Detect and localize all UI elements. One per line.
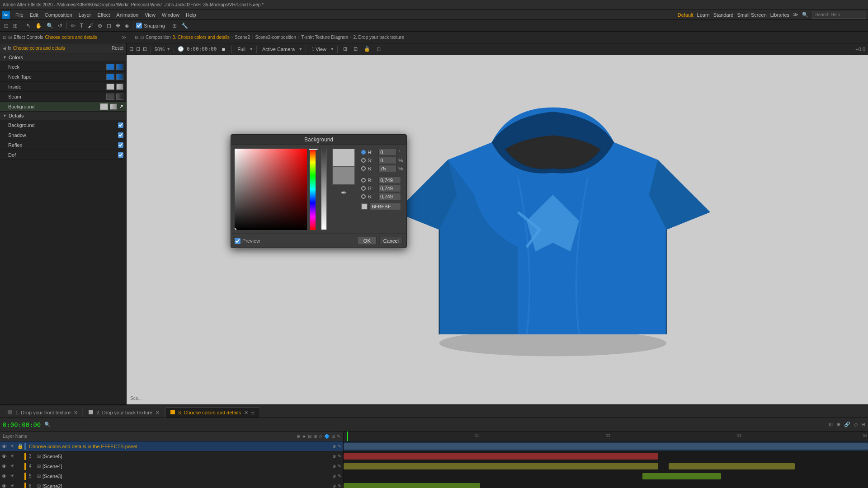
sat-input[interactable]: [378, 157, 396, 164]
hue-input[interactable]: [378, 149, 396, 156]
workspace-default[interactable]: Default: [678, 12, 693, 18]
expand-icon[interactable]: ≫: [122, 35, 126, 40]
red-input[interactable]: [378, 177, 401, 184]
menu-window[interactable]: Window: [159, 12, 182, 18]
search-timeline-icon[interactable]: 🔍: [44, 422, 51, 427]
tab1-close[interactable]: ✕: [74, 410, 78, 415]
layer-0-solo[interactable]: ☀: [10, 443, 15, 449]
menu-layer[interactable]: Layer: [76, 12, 94, 18]
inside-swatch[interactable]: [106, 84, 114, 90]
menu-composition[interactable]: Composition: [42, 12, 75, 18]
layer-1-eye[interactable]: 👁: [2, 454, 8, 459]
hue-slider[interactable]: [310, 149, 316, 230]
menu-edit[interactable]: Edit: [27, 12, 41, 18]
neck-swatch[interactable]: [106, 64, 114, 70]
inside-gradient[interactable]: [116, 84, 123, 90]
red-radio[interactable]: [361, 178, 366, 183]
quality-dropdown[interactable]: ▾: [250, 46, 253, 52]
tab3-close[interactable]: ✕: [244, 410, 248, 415]
neck-tape-swatch[interactable]: [106, 74, 114, 80]
layer-row-3[interactable]: 👁 ☀ 5 ⊞ [Scene3] ⊕ ✎: [0, 471, 343, 481]
green-input[interactable]: [378, 185, 401, 192]
view-dropdown[interactable]: ▾: [331, 46, 334, 52]
breadcrumb-scene2[interactable]: Scene2: [235, 35, 250, 40]
breadcrumb-scene2comp[interactable]: Scene2-composition: [255, 35, 296, 40]
menu-help[interactable]: Help: [183, 12, 199, 18]
tool-roto[interactable]: ❋: [114, 23, 122, 29]
tool-eraser[interactable]: ◻: [105, 23, 113, 29]
tool-pen[interactable]: ✏: [70, 23, 77, 29]
tl-control-icon3[interactable]: 🔗: [844, 422, 850, 427]
menu-animation[interactable]: Animation: [113, 12, 141, 18]
timecode-display-main[interactable]: 0:00:00:00: [3, 421, 41, 428]
zoom-dropdown-icon[interactable]: ▾: [167, 46, 170, 52]
background-swatch[interactable]: [100, 103, 108, 110]
layer-0-eye[interactable]: 👁: [2, 444, 8, 449]
menu-view[interactable]: View: [142, 12, 158, 18]
eyedropper-btn[interactable]: ✒: [332, 188, 355, 197]
snapping-checkbox[interactable]: Snapping: [136, 23, 165, 28]
neck-row[interactable]: Neck: [0, 62, 126, 72]
workspace-small-screen[interactable]: Small Screen: [737, 12, 766, 18]
sat-radio[interactable]: [361, 158, 366, 163]
layer-row-0[interactable]: 👁 ☀ 🔒 Choose colors and details in the E…: [0, 441, 343, 451]
magnet-icon[interactable]: 🔧: [180, 23, 189, 29]
ok-button[interactable]: OK: [358, 237, 377, 245]
details-section-header[interactable]: ▼ Details: [0, 112, 126, 120]
align-icon[interactable]: ⊞: [171, 23, 178, 29]
layer-2-solo[interactable]: ☀: [10, 463, 15, 469]
background-row[interactable]: Background ↗: [0, 102, 126, 112]
bright-radio[interactable]: [361, 166, 366, 171]
neck-gradient[interactable]: [116, 64, 123, 70]
record-btn[interactable]: ⏺: [219, 47, 228, 52]
breadcrumb-back-texture[interactable]: 2. Drop your back texture: [353, 35, 404, 40]
detail-dof-checkbox[interactable]: [118, 152, 123, 158]
tool-clone[interactable]: ⊕: [96, 23, 104, 29]
seam-swatch[interactable]: [106, 94, 114, 100]
layer-3-solo[interactable]: ☀: [10, 473, 15, 479]
layer-row-2[interactable]: 👁 ☀ 4 ⊞ [Scene4] ⊕ ✎: [0, 461, 343, 471]
menu-effect[interactable]: Effect: [94, 12, 113, 18]
comp-tab-2[interactable]: 2. Drop your back texture ✕: [84, 408, 165, 418]
seam-gradient[interactable]: [116, 94, 123, 100]
cancel-button[interactable]: Cancel: [379, 237, 403, 245]
tl-control-icon5[interactable]: ⊟: [861, 422, 865, 427]
detail-background-checkbox[interactable]: [118, 122, 123, 128]
blue-radio[interactable]: [361, 194, 366, 199]
layer-row-4[interactable]: 👁 ☀ 6 ⊞ [Scene2] ⊕ ✎: [0, 481, 343, 488]
neck-tape-row[interactable]: Neck Tape: [0, 72, 126, 82]
tool-paintbrush[interactable]: 🖌: [86, 23, 94, 29]
detail-shadow-checkbox[interactable]: [118, 132, 123, 138]
layer-4-solo[interactable]: ☀: [10, 483, 15, 488]
tab2-close[interactable]: ✕: [156, 410, 160, 415]
inside-row[interactable]: Inside: [0, 82, 126, 92]
view-select[interactable]: 1 View: [310, 47, 328, 52]
menu-file[interactable]: File: [13, 12, 26, 18]
quality-select[interactable]: Full: [236, 47, 247, 52]
hex-input[interactable]: [369, 203, 401, 210]
tool-text[interactable]: T: [79, 23, 85, 29]
layer-0-lock[interactable]: 🔒: [17, 443, 23, 449]
tool-select[interactable]: ↖: [25, 23, 32, 29]
tl-control-icon4[interactable]: ◇: [854, 422, 858, 427]
layer-2-eye[interactable]: 👁: [2, 464, 8, 469]
tl-control-icon2[interactable]: ⊕: [836, 422, 840, 427]
workspace-more[interactable]: ≫: [793, 12, 798, 18]
background-gradient[interactable]: [110, 103, 117, 110]
seam-row[interactable]: Seam: [0, 92, 126, 102]
mask-btn[interactable]: ◻: [375, 46, 382, 52]
search-input[interactable]: [812, 11, 866, 19]
bright-input[interactable]: [378, 165, 396, 172]
neck-tape-gradient[interactable]: [116, 74, 123, 80]
zoom-select[interactable]: 50%: [155, 47, 165, 52]
reset-btn[interactable]: Reset: [112, 46, 123, 51]
tool-rotate[interactable]: ↺: [57, 23, 64, 29]
render-btn[interactable]: ⊞: [341, 46, 349, 52]
detail-reflex-checkbox[interactable]: [118, 142, 123, 148]
layer-4-eye[interactable]: 👁: [2, 483, 8, 488]
workspace-standard[interactable]: Standard: [713, 12, 734, 18]
layer-3-eye[interactable]: 👁: [2, 474, 8, 479]
tool-hand[interactable]: ✋: [34, 23, 43, 29]
camera-select[interactable]: Active Camera: [260, 47, 297, 52]
color-gradient-picker[interactable]: [235, 149, 307, 230]
